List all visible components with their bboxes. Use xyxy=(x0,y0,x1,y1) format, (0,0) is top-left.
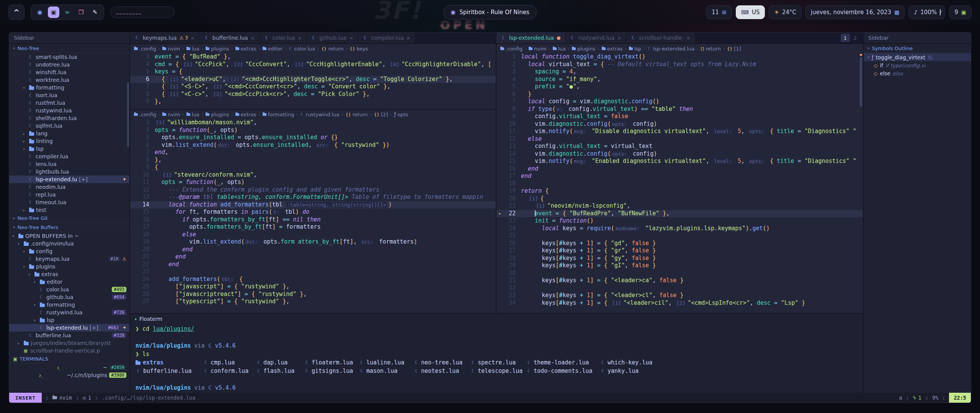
workspaces-widget[interactable]: 11⊞ xyxy=(706,5,732,19)
music-widget[interactable]: ◉ Spiritbox - Rule Of Nines xyxy=(443,5,537,20)
floaterm-header[interactable]: ▾Floaterm xyxy=(130,314,863,324)
close-icon[interactable]: × xyxy=(251,35,255,41)
sign-column xyxy=(497,83,503,91)
neotree-buffers-section-header[interactable]: ▾Neo-Tree Buffers xyxy=(9,223,129,232)
tab-color-lua[interactable]: ☾color.lua× xyxy=(260,33,307,43)
terminals-section-header[interactable]: ▣TERMINALS xyxy=(9,354,129,364)
tree-item-timeout-lua[interactable]: ☾timeout.lua xyxy=(9,198,129,206)
tree-item-linting[interactable]: ▸linting xyxy=(9,137,129,145)
notes-button[interactable]: ✎ xyxy=(89,7,101,18)
tree-item-lightbulb-lua[interactable]: ☾lightbulb.lua xyxy=(9,168,129,176)
close-icon[interactable]: × xyxy=(349,35,353,41)
floaterm-panel[interactable]: ▾Floaterm ❯ cd lua/plugins/nvim/lua/plug… xyxy=(130,313,863,393)
chevron-down-icon: ▾ xyxy=(34,318,38,322)
tree-item-neodim-lua[interactable]: ☾neodim.lua xyxy=(9,183,129,191)
notifications-widget[interactable]: 9▣ xyxy=(949,5,972,19)
apps-button[interactable]: ❒ xyxy=(75,7,87,18)
editor-pane-rustywind-lua[interactable]: .config›nvim›lua›plugins›extras›formatti… xyxy=(130,110,496,313)
lightbulb-icon: ✦ xyxy=(122,325,126,330)
tab-keymaps-lua[interactable]: ☾keymaps.lua⚠ 3× xyxy=(130,33,200,43)
line-text: { [1]"<leader>uC", [2]"<cmd>CccHighlight… xyxy=(155,76,452,83)
close-icon[interactable]: × xyxy=(191,35,195,41)
tree-item-config-nvim-lua[interactable]: ▾.config/nvim/lua xyxy=(9,240,129,247)
editor-pane-lsp-extended-lua[interactable]: .config›nvim›lua›plugins›extras›lsp›☾lsp… xyxy=(497,44,863,313)
tree-item-color-lua[interactable]: ☾color.lua#493 xyxy=(9,286,129,293)
tree-item-sqlfmt-lua[interactable]: ☾sqlfmt.lua xyxy=(9,122,129,130)
tree-item-repl-lua[interactable]: ☾repl.lua xyxy=(9,191,129,198)
terminal-output[interactable]: ❯ cd lua/plugins/nvim/lua/plugins via ☾ … xyxy=(130,324,863,393)
outline-item-else[interactable]: ◇elseelse xyxy=(864,69,971,77)
editor-scrollbar[interactable] xyxy=(860,57,862,107)
tree-item-lsp-extended-lu[interactable]: ☾lsp-extended.lu[+]#682✦ xyxy=(9,324,129,332)
tree-item-keymaps-lua[interactable]: ☾keymaps.lua#10⚠ xyxy=(9,255,129,263)
neotree-section-header[interactable]: ▾Neo-Tree xyxy=(9,44,129,53)
tree-item-label: lens.lua xyxy=(36,161,56,167)
outline-item-toggle-diag-virtext[interactable]: ▾ƒtoggle_diag_virtextfu xyxy=(864,53,971,61)
tree-item-lsp[interactable]: ▾lsp xyxy=(9,316,129,324)
sidebar-scrollbar[interactable] xyxy=(127,82,129,147)
close-icon[interactable]: × xyxy=(407,35,411,41)
line-text: init = function() xyxy=(521,217,594,225)
tabpage-2[interactable]: 2 xyxy=(851,34,860,42)
line-number: 8 xyxy=(136,156,149,164)
tree-item-compiler-lua[interactable]: ☾compiler.lua xyxy=(9,153,129,160)
tree-item-worktree-lua[interactable]: ☾worktree.lua xyxy=(9,76,129,84)
tree-item-lsp-extended-lu[interactable]: ☾lsp-extended.lu[+]✦ xyxy=(9,176,129,183)
search-input[interactable]: ________ xyxy=(110,7,175,18)
tree-item-[interactable]: ❯_~#2859 xyxy=(9,364,129,371)
tree-item-isort-lua[interactable]: ☾isort.lua xyxy=(9,91,129,99)
tree-item-extras[interactable]: ▾extras xyxy=(9,270,129,278)
link-button[interactable]: ∞ xyxy=(62,7,73,18)
tree-item-formatting[interactable]: ▾formatting xyxy=(9,84,129,91)
close-icon[interactable]: × xyxy=(617,35,621,41)
tree-item-scrollbar-handle-vertical-p[interactable]: ▦scrollbar-handle-vertical.p xyxy=(9,347,129,354)
tree-item-rustywind-lua[interactable]: ☾rustywind.lua xyxy=(9,107,129,114)
tab-bufferline-lua[interactable]: ☾bufferline.lua× xyxy=(200,33,260,43)
terminal-line xyxy=(136,375,858,384)
tree-item-bufferline-lua[interactable]: ☾bufferline.lua#328 xyxy=(9,332,129,339)
line-number: 24 xyxy=(136,276,149,283)
tree-item-plugins[interactable]: ▾plugins xyxy=(9,263,129,270)
date-widget[interactable]: jueves, noviembre 16, 2023▦ xyxy=(805,5,905,19)
tree-item-smart-splits-lua[interactable]: ☾smart-splits.lua xyxy=(9,53,129,61)
volume-widget[interactable]: ♪100%▾ xyxy=(908,5,945,19)
tree-item-winshift-lua[interactable]: ☾winshift.lua xyxy=(9,68,129,76)
tree-item-shellharden-lua[interactable]: ☾shellharden.lua xyxy=(9,114,129,122)
close-icon[interactable]: × xyxy=(298,35,302,41)
close-icon[interactable]: × xyxy=(686,35,691,41)
palette-button[interactable]: ▣ xyxy=(48,7,59,18)
weather-widget[interactable]: ☀24°C xyxy=(769,5,802,19)
tree-item-open-buffers-in[interactable]: ▾OPEN BUFFERS in ~ xyxy=(9,232,129,240)
tree-item-rustfmt-lua[interactable]: ☾rustfmt.lua xyxy=(9,99,129,107)
tab-scrollbar-handle[interactable]: ☾scrollbar-handle-× xyxy=(626,33,696,43)
tab-rustywind-lua[interactable]: ☾rustywind.lua× xyxy=(565,33,626,43)
keyboard-layout-widget[interactable]: ⌨US xyxy=(736,5,765,19)
tab-github-lua[interactable]: ☾github.lua× xyxy=(307,33,358,43)
neotree-git-section-header[interactable]: ▸Neo-Tree Git xyxy=(9,214,129,223)
tree-item-config[interactable]: ▾config xyxy=(9,247,129,255)
editor-pane-color-lua[interactable]: .config›nvim›lua›plugins›extras›editor›☾… xyxy=(130,44,496,110)
tree-item-test[interactable]: ▸test xyxy=(9,206,129,214)
tree-item-github-lua[interactable]: ☾github.lua#654 xyxy=(9,293,129,301)
tree-item-undotree-lua[interactable]: ☾undotree.lua xyxy=(9,61,129,68)
power-button[interactable]: ◉ xyxy=(34,7,46,18)
tree-item-editor[interactable]: ▾editor xyxy=(9,278,129,286)
sign-column xyxy=(497,262,503,270)
tree-item-lang[interactable]: ▸lang xyxy=(9,130,129,137)
tabpage-1[interactable]: 1 xyxy=(841,34,850,42)
line-number: 33 xyxy=(503,292,516,299)
launcher-button[interactable]: ^ xyxy=(8,5,24,20)
tab-lsp-extended-lua[interactable]: ☾lsp-extended.lua● xyxy=(497,33,565,43)
tree-item-rustywind-lua[interactable]: ☾rustywind.lua#726 xyxy=(9,309,129,316)
symbols-outline-header[interactable]: ▾Symbols Outline xyxy=(864,44,971,53)
tree-item-juegos-indies-steamlibrary-st[interactable]: ▸Juegos/Indies/SteamLibrary/st xyxy=(9,339,129,347)
chevron-down-icon: ▾ xyxy=(23,249,27,254)
folder-icon xyxy=(206,113,209,116)
tree-item-lsp[interactable]: ▾lsp xyxy=(9,145,129,153)
tab-compiler-lua[interactable]: ☾compiler.lua× xyxy=(358,33,415,43)
outline-item-if[interactable]: ◇ifif type(config.vi xyxy=(864,61,971,69)
tree-item-formatting[interactable]: ▾formatting xyxy=(9,301,129,309)
tree-item-lens-lua[interactable]: ☾lens.lua xyxy=(9,160,129,168)
statusline-separator: ❯ xyxy=(46,395,49,401)
tree-item-c-n-l-plugins[interactable]: ❯_~/.c/n/l/plugins#3980 xyxy=(9,371,129,379)
